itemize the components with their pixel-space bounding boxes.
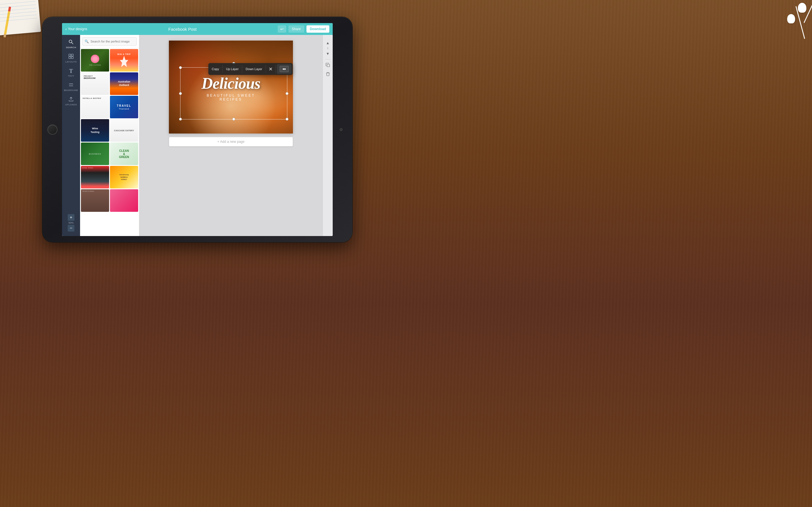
ctx-copy-button[interactable]: Copy (208, 65, 223, 73)
ipad-camera (340, 128, 343, 131)
template-outback[interactable]: AustralianOutback (110, 72, 138, 95)
layer-order-group: ▲ 1 ▼ (324, 40, 331, 57)
layer-up-icon: ▲ (326, 41, 329, 45)
sidebar-item-search[interactable]: SEARCH (63, 37, 79, 51)
home-button[interactable] (47, 124, 57, 135)
layouts-label: LAYOUTS (65, 61, 77, 63)
context-menu: Copy Up Layer Down Layer ■■ (208, 63, 293, 75)
uploads-icon (68, 97, 73, 103)
template-paris[interactable]: WIN A TRIP (110, 49, 138, 71)
template-wine[interactable]: WineTasting (81, 119, 109, 142)
canvas-wrapper: Copy Up Layer Down Layer ■■ (169, 41, 293, 147)
layouts-icon (68, 54, 73, 60)
pencil-prop (3, 6, 11, 38)
ctx-delete-button[interactable] (266, 65, 276, 73)
template-honey[interactable]: IntroducingHUMBLEHONEY (110, 166, 138, 188)
ctx-up-layer-button[interactable]: Up Layer (223, 65, 243, 73)
back-chevron-icon: ‹ (65, 27, 67, 31)
template-city[interactable]: SONG HONG (81, 166, 109, 188)
template-ostella[interactable]: OSTELLA BISTRO (81, 96, 109, 118)
template-business[interactable]: BUSINESS (81, 143, 109, 165)
copy-button[interactable] (324, 62, 331, 68)
template-lilypad[interactable]: THE LILYPAD (81, 49, 109, 71)
search-bar: 🔍 (80, 35, 139, 48)
canvas-area[interactable]: Copy Up Layer Down Layer ■■ (139, 35, 322, 236)
svg-rect-5 (71, 57, 73, 59)
undo-button[interactable]: ↩ (278, 25, 286, 33)
main-content: SEARCH LAYOUTS (62, 35, 333, 236)
app-header: ‹ Your designs Facebook Post ↩ Share Dow… (62, 23, 333, 35)
undo-icon: ↩ (280, 27, 284, 31)
sidebar-item-uploads[interactable]: UPLOADS (63, 94, 79, 108)
svg-line-1 (71, 43, 73, 44)
download-button[interactable]: Download (306, 25, 329, 33)
layer-down-icon: ▼ (326, 52, 329, 56)
add-page-button[interactable]: + Add a new page (169, 137, 293, 147)
document-title: Facebook Post (87, 27, 278, 32)
text-label: TEXT (68, 75, 74, 77)
uploads-label: UPLOADS (65, 103, 77, 106)
canvas-background-image (169, 41, 293, 133)
sidebar-item-layouts[interactable]: LAYOUTS (63, 52, 79, 65)
background-icon (68, 82, 73, 88)
ipad-screen: ‹ Your designs Facebook Post ↩ Share Dow… (62, 23, 333, 236)
toolbar-divider-1 (325, 59, 331, 59)
share-button[interactable]: Share (289, 25, 304, 33)
app-container: ‹ Your designs Facebook Post ↩ Share Dow… (62, 23, 333, 236)
text-icon: T (69, 68, 73, 74)
ctx-opacity-control[interactable]: ■■ (277, 64, 292, 74)
template-bedroom[interactable]: PROJECT BEDROOM (81, 72, 109, 95)
search-icon (68, 40, 73, 45)
template-pink[interactable] (110, 189, 138, 212)
search-input-icon: 🔍 (85, 40, 89, 43)
back-label: Your designs (68, 27, 87, 31)
svg-rect-4 (69, 57, 71, 59)
layer-number: 1 (327, 47, 328, 50)
right-toolbar: ▲ 1 ▼ (322, 35, 333, 236)
ipad-frame: ‹ Your designs Facebook Post ↩ Share Dow… (42, 17, 352, 242)
notebook-prop (0, 0, 41, 36)
svg-rect-3 (71, 54, 73, 56)
search-input[interactable] (82, 37, 137, 46)
layer-up-button[interactable]: ▲ (324, 40, 331, 46)
zoom-control: + 50% − (68, 214, 74, 234)
template-travel[interactable]: TRAVEL Thailand (110, 96, 138, 118)
header-actions: ↩ Share Download (278, 25, 329, 33)
zoom-out-button[interactable]: − (68, 225, 74, 231)
delete-button[interactable] (324, 71, 331, 77)
left-sidebar: SEARCH LAYOUTS (62, 35, 80, 236)
template-grid: THE LILYPAD WIN A TRIP (80, 48, 139, 213)
ctx-opacity-value: ■■ (280, 66, 289, 72)
template-traditional[interactable]: TRADITIONAL (81, 189, 109, 212)
sidebar-item-text[interactable]: T TEXT (63, 66, 79, 79)
template-cascade[interactable]: CASCADE EATERY (110, 119, 138, 142)
background-label: BKGROUND (64, 89, 78, 92)
svg-rect-2 (69, 54, 71, 56)
design-canvas[interactable]: Delicious BEAUTIFUL SWEET RECIPES (169, 41, 293, 133)
svg-rect-10 (327, 64, 329, 67)
template-panel: 🔍 THE LILYPAD WIN A TRIP (80, 35, 139, 236)
sidebar-item-background[interactable]: BKGROUND (63, 80, 79, 94)
search-label: SEARCH (66, 46, 76, 49)
layer-down-button[interactable]: ▼ (324, 50, 331, 57)
zoom-value: 50% (68, 221, 73, 224)
back-button[interactable]: ‹ Your designs (65, 27, 87, 31)
svg-marker-9 (120, 56, 128, 67)
template-clean[interactable]: CLEAN&GREEN (110, 143, 138, 165)
ctx-down-layer-button[interactable]: Down Layer (242, 65, 266, 73)
zoom-in-button[interactable]: + (68, 214, 74, 221)
